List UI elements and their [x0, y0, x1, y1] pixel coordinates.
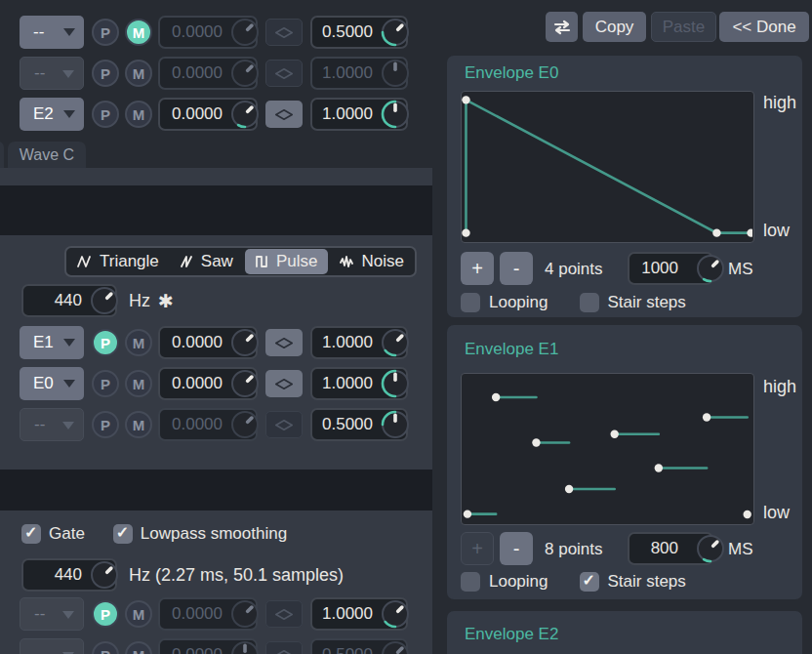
mod-source-dropdown[interactable]: E0	[20, 367, 84, 400]
depth-knob[interactable]	[381, 599, 410, 629]
mod-amount-field[interactable]: 0.0000	[158, 597, 258, 631]
envelope-title: Envelope E2	[465, 625, 558, 644]
mod-source-dropdown[interactable]: E1	[20, 326, 84, 359]
mod-source-dropdown[interactable]: --	[20, 16, 84, 49]
m-toggle[interactable]: M	[125, 19, 152, 46]
hz-detail-label: Hz (2.27 ms, 50.1 samples)	[129, 565, 344, 586]
m-toggle[interactable]: M	[125, 329, 152, 356]
copy-button[interactable]: Copy	[583, 12, 646, 42]
envelope-graph[interactable]	[461, 373, 754, 525]
mod-depth-field[interactable]: 1.0000	[310, 597, 408, 631]
envelope-ms-field[interactable]: 800	[628, 532, 713, 565]
depth-knob[interactable]	[381, 59, 410, 88]
p-toggle[interactable]: P	[92, 329, 119, 356]
mod-source-dropdown[interactable]: --	[20, 408, 84, 441]
depth-knob[interactable]	[381, 18, 410, 47]
m-toggle[interactable]: M	[125, 60, 152, 87]
mod-depth-field[interactable]: 0.5000	[310, 408, 408, 441]
edit-knob[interactable]	[230, 640, 260, 654]
depth-knob[interactable]	[381, 640, 410, 654]
p-toggle[interactable]: P	[92, 641, 119, 654]
tab-wave-c[interactable]: Wave C	[8, 142, 86, 168]
wave-option-noise[interactable]: Noise	[329, 248, 414, 275]
bipolar-toggle[interactable]	[265, 101, 303, 128]
depth-knob[interactable]	[381, 100, 410, 129]
done-button[interactable]: << Done	[719, 12, 809, 42]
p-toggle[interactable]: P	[92, 101, 119, 128]
mod-depth-field[interactable]: 1.0000	[310, 326, 408, 359]
mod-depth-field[interactable]: 1.0000	[310, 57, 408, 90]
mod-amount-field[interactable]: 0.0000	[158, 408, 258, 441]
add-point-button[interactable]: +	[461, 252, 494, 285]
remove-point-button[interactable]: -	[500, 252, 533, 285]
bipolar-toggle[interactable]	[265, 641, 303, 654]
mod-source-dropdown[interactable]: --	[20, 57, 84, 90]
partial-tab[interactable]	[0, 142, 4, 168]
envelope-ms-field[interactable]: 1000	[628, 252, 713, 285]
mod-depth-field[interactable]: 1.0000	[310, 98, 408, 131]
edit-knob[interactable]	[696, 534, 725, 563]
stair-steps-checkbox[interactable]	[580, 572, 599, 592]
lowpass-smoothing-checkbox[interactable]	[113, 524, 133, 544]
wave-option-triangle[interactable]: Triangle	[66, 248, 170, 275]
wave-option-saw[interactable]: Saw	[170, 248, 244, 275]
edit-knob[interactable]	[90, 286, 119, 315]
add-point-button[interactable]: +	[461, 532, 494, 565]
mod-amount-field[interactable]: 0.0000	[158, 638, 258, 654]
bipolar-toggle[interactable]	[265, 329, 303, 356]
p-toggle[interactable]: P	[92, 19, 119, 46]
mod-amount-field[interactable]: 0.0000	[158, 98, 258, 131]
p-toggle[interactable]: P	[92, 600, 119, 628]
bipolar-toggle[interactable]	[265, 600, 303, 628]
looping-checkbox[interactable]	[461, 293, 480, 312]
bipolar-toggle[interactable]	[265, 370, 303, 397]
bipolar-toggle[interactable]	[265, 411, 303, 438]
mod-depth-field[interactable]: 0.5000	[310, 638, 408, 654]
edit-knob[interactable]	[230, 100, 260, 129]
m-toggle[interactable]: M	[125, 600, 152, 628]
high-label: high	[763, 377, 796, 397]
mod-amount-field[interactable]: 0.0000	[158, 326, 258, 359]
edit-knob[interactable]	[230, 328, 260, 357]
p-toggle[interactable]: P	[92, 370, 119, 397]
wave-option-pulse[interactable]: Pulse	[245, 249, 329, 274]
mod-source-dropdown[interactable]: --	[20, 597, 84, 631]
remove-point-button[interactable]: -	[500, 532, 533, 565]
edit-knob[interactable]	[230, 410, 260, 439]
edit-knob[interactable]	[230, 18, 260, 47]
gate-checkbox[interactable]	[21, 524, 41, 544]
edit-knob[interactable]	[696, 254, 725, 283]
smoothing-frequency-field[interactable]: 440	[21, 558, 117, 592]
m-toggle[interactable]: M	[125, 641, 152, 654]
looping-checkbox[interactable]	[461, 572, 480, 592]
m-toggle[interactable]: M	[125, 370, 152, 397]
envelope-graph[interactable]	[461, 91, 754, 243]
mod-amount-field[interactable]: 0.0000	[158, 367, 258, 400]
mod-amount-field[interactable]: 0.0000	[158, 57, 258, 90]
edit-knob[interactable]	[230, 599, 260, 629]
edit-knob[interactable]	[90, 560, 119, 590]
m-toggle[interactable]: M	[125, 101, 152, 128]
frequency-field[interactable]: 440	[21, 284, 117, 317]
edit-knob[interactable]	[230, 59, 260, 88]
mod-source-dropdown[interactable]: E2	[20, 98, 84, 131]
bipolar-toggle[interactable]	[265, 19, 303, 46]
depth-knob[interactable]	[381, 328, 410, 357]
depth-knob[interactable]	[381, 369, 410, 398]
m-toggle[interactable]: M	[125, 411, 152, 438]
mod-depth-value: 0.5000	[322, 415, 373, 434]
swap-button[interactable]	[546, 12, 578, 42]
mod-source-dropdown[interactable]: --	[20, 638, 84, 654]
depth-knob[interactable]	[381, 410, 410, 439]
diamond-icon	[275, 650, 293, 654]
p-toggle[interactable]: P	[92, 60, 119, 87]
p-toggle[interactable]: P	[92, 411, 119, 438]
paste-button[interactable]: Paste	[651, 12, 716, 42]
mod-depth-field[interactable]: 0.5000	[310, 16, 408, 49]
edit-knob[interactable]	[230, 369, 260, 398]
bipolar-toggle[interactable]	[265, 60, 303, 87]
mod-depth-field[interactable]: 1.0000	[310, 367, 408, 400]
stair-steps-checkbox[interactable]	[580, 293, 599, 312]
mod-amount-field[interactable]: 0.0000	[158, 16, 258, 49]
mod-amount-value: 0.0000	[172, 604, 223, 624]
